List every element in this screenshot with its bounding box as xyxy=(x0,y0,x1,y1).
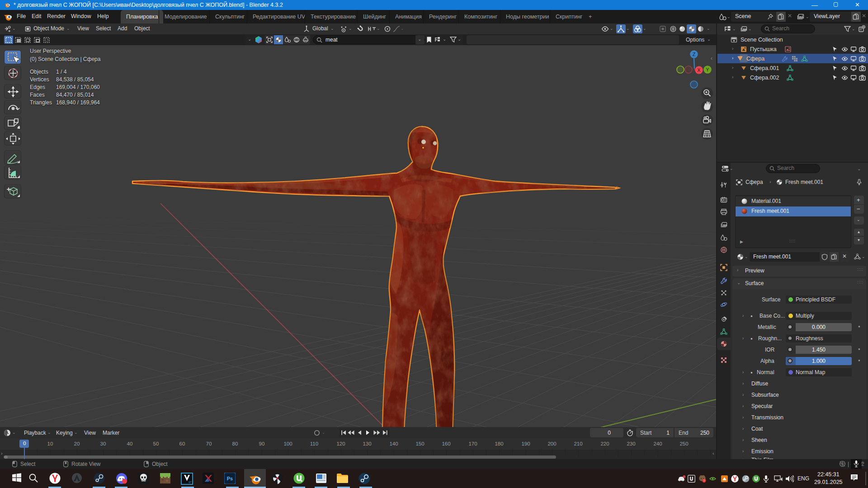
svg-text:17: 17 xyxy=(189,481,191,483)
svg-text:Z: Z xyxy=(693,52,696,57)
svg-text:Ps: Ps xyxy=(227,476,233,481)
svg-text:Y: Y xyxy=(706,67,709,72)
svg-text:X: X xyxy=(697,67,701,73)
